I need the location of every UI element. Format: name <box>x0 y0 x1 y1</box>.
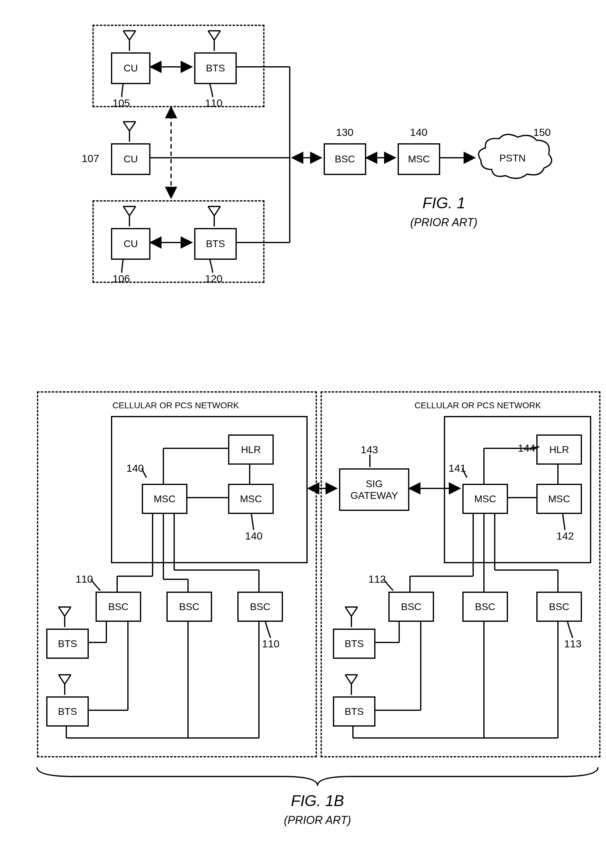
fig1b-subcaption: (PRIOR ART) <box>284 814 351 826</box>
fig1b-caption: FIG. 1B (PRIOR ART) <box>253 792 382 828</box>
box-bsc130: BSC <box>324 143 366 175</box>
antenna-bts110 <box>207 29 222 51</box>
box-msc142: MSC <box>536 484 582 514</box>
box-bts120: BTS <box>194 228 237 260</box>
label-bts110: BTS <box>206 62 225 74</box>
box-bsc-right3: BSC <box>536 592 582 622</box>
antenna-bts-right1 <box>344 606 359 627</box>
ref-110b: 110 <box>262 638 280 650</box>
antenna-bts-left2 <box>57 673 72 695</box>
ref-105: 105 <box>112 97 130 109</box>
net-title-left: CELLULAR OR PCS NETWORK <box>99 401 253 411</box>
box-bts-right1: BTS <box>333 629 375 659</box>
box-hlr144: HLR <box>536 434 582 465</box>
box-cu107: CU <box>111 143 151 175</box>
ref-144: 144 <box>518 442 535 454</box>
label-cu107: CU <box>124 153 138 165</box>
box-cu105: CU <box>111 53 151 84</box>
box-bsc-right1: BSC <box>388 592 434 622</box>
box-msc140: MSC <box>398 143 440 175</box>
box-bsc-left1: BSC <box>96 592 141 622</box>
ref-142: 142 <box>556 530 574 542</box>
ref-141: 141 <box>449 462 466 474</box>
ref-112: 112 <box>368 573 386 585</box>
label-pstn: PSTN <box>499 152 525 164</box>
ref-130: 130 <box>336 126 354 138</box>
ref-113: 113 <box>564 638 582 650</box>
antenna-cu106 <box>122 205 137 226</box>
box-sig-gateway: SIG GATEWAY <box>339 468 409 511</box>
ref-150: 150 <box>533 126 551 138</box>
box-bts-left1: BTS <box>46 629 89 659</box>
net-title-right: CELLULAR OR PCS NETWORK <box>401 401 555 411</box>
box-bts-left2: BTS <box>46 696 89 727</box>
box-hlr-left: HLR <box>228 434 274 465</box>
fig1b-caption-text: FIG. 1B <box>291 792 344 809</box>
label-cu106: CU <box>124 238 138 250</box>
box-bsc-left2: BSC <box>166 592 212 622</box>
antenna-bts120 <box>207 205 222 226</box>
diagram-canvas: CU BTS CU CU BTS BSC MSC PSTN 105 110 10… <box>12 12 606 868</box>
ref-140: 140 <box>410 126 427 138</box>
core-box-left <box>111 416 308 563</box>
box-msc141: MSC <box>462 484 508 514</box>
fig1-caption: FIG. 1 (PRIOR ART) <box>382 194 505 230</box>
label-bts120: BTS <box>206 238 225 250</box>
box-msc140b: MSC <box>228 484 274 514</box>
antenna-cu105 <box>122 29 137 51</box>
fig1-subcaption: (PRIOR ART) <box>410 216 477 229</box>
box-bsc-left3: BSC <box>237 592 283 622</box>
ref-110a: 110 <box>76 573 93 585</box>
box-bts-right2: BTS <box>333 696 375 727</box>
label-cu105: CU <box>124 62 138 74</box>
box-cu106: CU <box>111 228 151 260</box>
antenna-cu107 <box>122 120 137 142</box>
antenna-bts-right2 <box>344 673 359 695</box>
ref-120: 120 <box>205 273 222 285</box>
box-msc140a: MSC <box>142 484 187 514</box>
ref-140a: 140 <box>126 462 144 474</box>
label-msc140: MSC <box>408 153 430 165</box>
ref-143: 143 <box>360 444 378 456</box>
ref-110: 110 <box>205 97 222 109</box>
box-bts110: BTS <box>194 53 237 84</box>
box-bsc-right2: BSC <box>462 592 508 622</box>
ref-106: 106 <box>112 273 130 285</box>
label-bsc130: BSC <box>335 153 355 165</box>
ref-107: 107 <box>82 152 99 164</box>
antenna-bts-left1 <box>57 606 72 627</box>
fig1-caption-text: FIG. 1 <box>423 194 465 212</box>
ref-140b: 140 <box>245 530 263 542</box>
